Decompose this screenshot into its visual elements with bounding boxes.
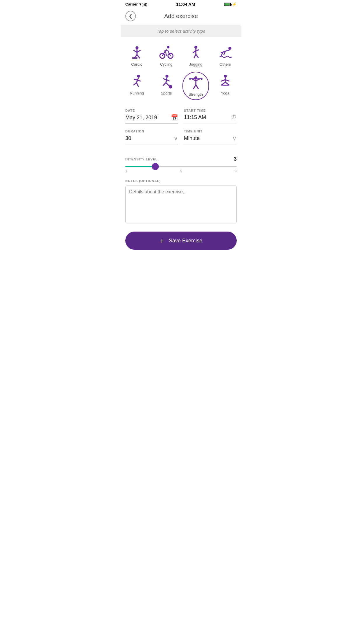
activity-running[interactable]: Running [124, 72, 150, 100]
back-chevron-icon: ❮ [129, 13, 133, 19]
svg-line-27 [136, 83, 138, 87]
carrier-label: Carrier [125, 2, 138, 6]
svg-line-24 [134, 79, 137, 80]
activity-strength[interactable]: Strength [182, 72, 209, 100]
running-label: Running [130, 91, 144, 95]
activity-sports[interactable]: Sports [153, 72, 180, 100]
svg-line-31 [166, 80, 169, 81]
strength-icon [188, 75, 203, 90]
time-unit-value[interactable]: Minute ∨ [184, 135, 237, 144]
svg-line-26 [133, 83, 136, 85]
duration-field[interactable]: DURATION 30 ∨ [125, 130, 178, 144]
svg-line-30 [163, 79, 166, 80]
sports-label: Sports [161, 91, 172, 95]
notes-label: NOTES (OPTIONAL) [125, 179, 237, 183]
intensity-slider[interactable] [125, 166, 237, 167]
status-left: Carrier ▾ )))) [125, 2, 147, 6]
back-button[interactable]: ❮ [125, 11, 136, 21]
slider-track [125, 166, 237, 167]
svg-point-8 [168, 53, 173, 58]
clock-icon: ⏱ [231, 114, 237, 121]
svg-rect-6 [132, 57, 137, 59]
cycling-label: Cycling [160, 62, 173, 66]
slider-labels: 1 5 9 [125, 169, 237, 173]
svg-rect-41 [201, 78, 202, 80]
charging-icon: ⚡ [232, 2, 237, 6]
svg-line-49 [225, 82, 229, 85]
battery-icon [224, 3, 231, 6]
slider-max-label: 9 [235, 169, 237, 173]
date-time-row: DATE May 21, 2019 📅 START TIME 11:15 AM … [125, 109, 237, 124]
plus-icon: + [160, 237, 164, 244]
start-time-field[interactable]: START TIME 11:15 AM ⏱ [184, 109, 237, 124]
date-value[interactable]: May 21, 2019 📅 [125, 114, 178, 124]
others-icon [218, 45, 233, 60]
activity-cardio[interactable]: Cardio [124, 43, 150, 69]
svg-point-9 [167, 46, 169, 49]
wifi-icon: ▾ )))) [139, 2, 147, 6]
duration-label: DURATION [125, 130, 178, 133]
activity-jogging[interactable]: Jogging [182, 43, 209, 69]
svg-line-43 [196, 85, 198, 89]
time-unit-field[interactable]: TIME UNIT Minute ∨ [184, 130, 237, 144]
select-banner: Tap to select activity type [121, 25, 241, 37]
svg-line-33 [166, 83, 169, 85]
svg-line-25 [137, 80, 140, 81]
start-time-label: START TIME [184, 109, 237, 112]
activity-cycling[interactable]: Cycling [153, 43, 180, 69]
form-section: DATE May 21, 2019 📅 START TIME 11:15 AM … [121, 103, 241, 144]
jogging-icon [188, 45, 203, 60]
slider-fill [125, 166, 155, 167]
cycling-icon [159, 45, 174, 60]
save-button-label: Save Exercise [169, 238, 202, 244]
calendar-icon: 📅 [171, 114, 178, 121]
dropdown-unit-icon: ∨ [232, 135, 237, 142]
status-bar: Carrier ▾ )))) 11:04 AM ⚡ [121, 0, 241, 8]
running-icon [129, 74, 145, 89]
page-title: Add exercise [136, 13, 226, 20]
svg-point-0 [135, 46, 138, 49]
svg-line-16 [194, 54, 196, 58]
svg-point-12 [194, 46, 197, 49]
date-field[interactable]: DATE May 21, 2019 📅 [125, 109, 178, 124]
header: ❮ Add exercise [121, 8, 241, 25]
duration-value[interactable]: 30 ∨ [125, 135, 178, 144]
date-label: DATE [125, 109, 178, 112]
status-right: ⚡ [224, 2, 237, 6]
svg-line-42 [193, 85, 196, 89]
intensity-header: INTENSITY LEVEL 3 [125, 156, 237, 162]
intensity-value: 3 [234, 156, 237, 162]
yoga-icon [218, 74, 233, 89]
svg-line-17 [196, 54, 198, 58]
svg-line-2 [133, 50, 137, 52]
save-button[interactable]: + Save Exercise [125, 232, 237, 250]
yoga-label: Yoga [221, 91, 229, 95]
others-label: Others [219, 62, 231, 66]
status-time: 11:04 AM [176, 2, 195, 7]
svg-point-34 [168, 85, 172, 88]
save-section: + Save Exercise [121, 225, 241, 256]
duration-unit-row: DURATION 30 ∨ TIME UNIT Minute ∨ [125, 130, 237, 144]
svg-rect-40 [189, 78, 191, 80]
slider-thumb[interactable] [152, 163, 159, 170]
svg-point-22 [137, 75, 140, 78]
sports-icon [159, 74, 174, 89]
start-time-value[interactable]: 11:15 AM ⏱ [184, 114, 237, 123]
slider-min-label: 1 [125, 169, 127, 173]
svg-point-18 [228, 47, 231, 50]
svg-line-3 [137, 50, 140, 52]
strength-label: Strength [189, 92, 203, 97]
notes-input[interactable] [125, 186, 237, 223]
svg-line-47 [225, 80, 229, 81]
svg-line-32 [163, 83, 166, 85]
svg-point-7 [160, 53, 165, 58]
svg-line-48 [221, 82, 225, 85]
activity-yoga[interactable]: Yoga [212, 72, 238, 100]
activity-others[interactable]: Others [212, 43, 238, 69]
cardio-label: Cardio [131, 62, 142, 66]
jogging-label: Jogging [189, 62, 203, 66]
slider-mid-label: 5 [180, 169, 182, 173]
svg-point-28 [165, 75, 168, 78]
dropdown-duration-icon: ∨ [174, 135, 178, 142]
activity-grid: Cardio Cycling [121, 37, 241, 103]
